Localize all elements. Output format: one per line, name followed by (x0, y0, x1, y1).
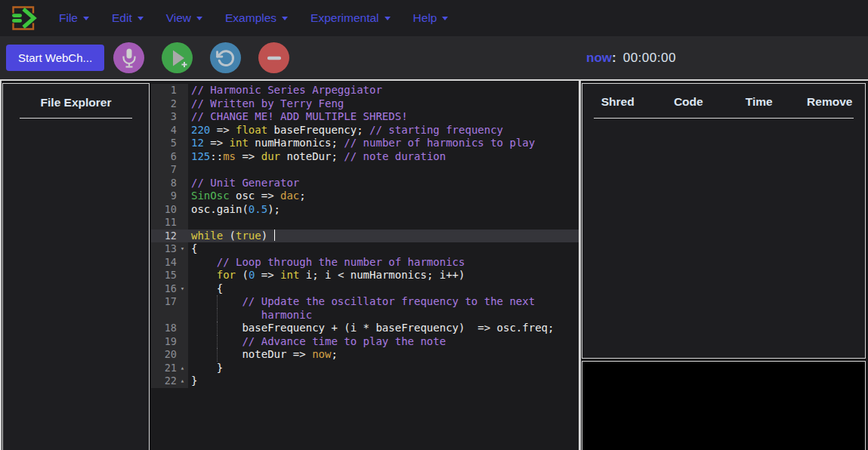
code-line: 2// Written by Terry Feng (151, 97, 579, 111)
line-number: 17 (151, 295, 177, 309)
line-gutter: 15 (151, 269, 188, 282)
menu-help[interactable]: Help (402, 7, 460, 29)
menu-view[interactable]: View (155, 7, 214, 29)
code-text: harmonic (188, 309, 579, 322)
code-line: 11 (151, 216, 579, 230)
fold-up-icon[interactable]: ▴ (177, 374, 188, 388)
file-explorer-title-underline (20, 118, 132, 119)
code-line: 15 for (0 => int i; i < numHarmonics; i+… (151, 269, 579, 282)
code-line: 16▾ { (151, 282, 579, 296)
line-gutter: 16▾ (151, 282, 188, 296)
line-gutter: 1 (151, 84, 188, 97)
indent-guide (217, 322, 218, 335)
code-text: // Unit Generator (188, 177, 579, 190)
menu-examples[interactable]: Examples (214, 7, 299, 29)
fold-down-icon[interactable]: ▾ (177, 242, 188, 256)
menu-label: Experimental (310, 11, 378, 25)
line-gutter: 11 (151, 216, 188, 230)
code-text: osc.gain(0.5); (188, 203, 579, 217)
toolbar: Start WebCh... (0, 36, 868, 79)
chuck-logo-icon (7, 3, 37, 33)
fold-spacer (177, 322, 188, 335)
line-gutter: 22▴ (151, 374, 188, 388)
line-number: 3 (151, 110, 177, 124)
code-line: harmonic (151, 309, 579, 322)
code-text (188, 216, 579, 230)
line-gutter: 4 (151, 124, 188, 137)
chevron-down-icon (442, 17, 448, 20)
menu-label: File (59, 11, 78, 25)
fold-down-icon[interactable]: ▾ (177, 282, 188, 296)
code-text (188, 163, 579, 177)
now-label: now (586, 51, 612, 66)
remove-shred-button[interactable] (258, 42, 289, 73)
code-text: while (true) (188, 230, 579, 243)
code-text: // Update the oscillator frequency to th… (188, 295, 579, 309)
code-editor[interactable]: 1// Harmonic Series Arpeggiator2// Writt… (151, 82, 579, 450)
code-line: 20 noteDur => now; (151, 348, 579, 362)
menu-bar: FileEditViewExamplesExperimentalHelp (0, 0, 868, 36)
chevron-down-icon (137, 17, 144, 20)
fold-spacer (177, 110, 188, 124)
shred-table-header-underline (594, 118, 854, 119)
code-text: // Harmonic Series Arpeggiator (188, 84, 579, 97)
code-text: } (188, 374, 579, 388)
line-gutter: 2 (151, 97, 188, 111)
file-explorer-panel: File Explorer (2, 83, 150, 450)
line-number: 10 (151, 203, 177, 217)
code-line: 19 // Advance time to play the note (151, 335, 579, 349)
code-text: 220 => float baseFrequency; // starting … (188, 124, 579, 137)
indent-guide (217, 295, 218, 309)
shred-table-panel: ShredCodeTimeRemove (582, 83, 866, 359)
fold-spacer (177, 137, 188, 150)
left-edge-border (0, 81, 2, 450)
code-line: 12while (true) (151, 230, 579, 243)
code-line: 6125::ms => dur noteDur; // note duratio… (151, 150, 579, 164)
line-gutter: 21▴ (151, 362, 188, 375)
text-cursor (274, 230, 276, 241)
minus-icon (259, 43, 289, 73)
play-plus-icon (162, 43, 193, 73)
chuck-time-value: 00:00:00 (623, 51, 676, 66)
code-text: // Loop through the number of harmonics (188, 256, 579, 270)
replace-shred-button[interactable] (210, 42, 241, 73)
line-gutter: 7 (151, 163, 188, 177)
line-gutter: 6 (151, 150, 188, 164)
code-line: 9SinOsc osc => dac; (151, 190, 579, 203)
fold-spacer (177, 97, 188, 111)
fold-spacer (177, 84, 188, 97)
code-text: { (188, 242, 579, 256)
visualizer-canvas (582, 361, 866, 450)
line-number: 12 (151, 230, 177, 243)
fold-up-icon[interactable]: ▴ (177, 362, 188, 375)
code-text: 125::ms => dur noteDur; // note duration (188, 150, 579, 164)
code-line: 22▴} (151, 374, 579, 388)
chevron-down-icon (282, 17, 288, 20)
code-text: { (188, 282, 579, 296)
code-text: // Advance time to play the note (188, 335, 579, 349)
code-line: 7 (151, 163, 579, 177)
code-text: // CHANGE ME! ADD MULTIPLE SHREDS! (188, 110, 579, 124)
menu-file[interactable]: File (48, 7, 100, 29)
toolbar-divider (0, 79, 868, 81)
menu-edit[interactable]: Edit (100, 7, 155, 29)
add-shred-button[interactable] (162, 42, 193, 73)
microphone-button[interactable] (113, 42, 144, 73)
menu-items: FileEditViewExamplesExperimentalHelp (48, 7, 459, 29)
fold-spacer (177, 150, 188, 164)
line-number: 8 (151, 177, 177, 190)
shred-col-header-code: Code (653, 95, 724, 109)
chevron-down-icon (385, 17, 391, 20)
line-number: 6 (151, 150, 177, 164)
menu-experimental[interactable]: Experimental (299, 7, 401, 29)
line-number: 14 (151, 256, 177, 270)
shred-col-header-time: Time (724, 95, 795, 109)
fold-spacer (177, 124, 188, 137)
code-line: 10osc.gain(0.5); (151, 203, 579, 217)
line-gutter: 19 (151, 335, 188, 349)
code-text: } (188, 362, 579, 375)
line-number: 19 (151, 335, 177, 349)
panel-resize-divider[interactable] (579, 81, 581, 450)
code-text: for (0 => int i; i < numHarmonics; i++) (188, 269, 579, 282)
start-webchuck-button[interactable]: Start WebCh... (6, 45, 104, 71)
